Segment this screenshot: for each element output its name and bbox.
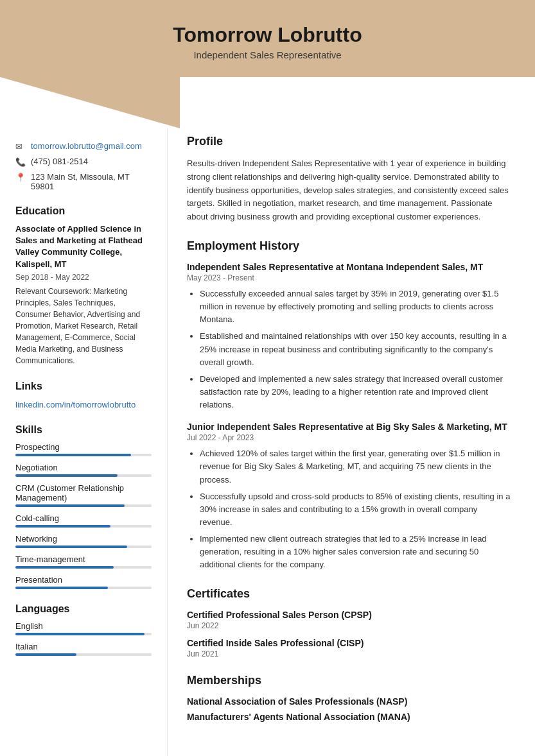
skill-bar-bg [15,566,152,569]
certificates-list: Certified Professional Sales Person (CPS… [187,610,512,658]
employment-title: Employment History [187,239,512,255]
skills-section: Skills Prospecting Negotiation CRM (Cust… [15,424,152,589]
memberships-section: Memberships National Association of Sale… [187,674,512,722]
profile-title: Profile [187,135,512,151]
skill-name: Prospecting [15,442,152,452]
job-title: Junior Independent Sales Representative … [187,422,512,432]
certificates-section: Certificates Certified Professional Sale… [187,587,512,658]
job-bullet: Achieved 120% of sales target within the… [200,447,512,486]
language-bar-bg [15,653,152,656]
language-bar-bg [15,633,152,635]
email-icon: ✉ [15,142,26,151]
certificate-entry: Certified Inside Sales Professional (CIS… [187,638,512,658]
education-section: Education Associate of Applied Science i… [15,205,152,366]
languages-title: Languages [15,603,152,615]
candidate-title: Independent Sales Representative [193,49,341,73]
cert-name: Certified Professional Sales Person (CPS… [187,610,512,620]
skill-name: Networking [15,534,152,544]
language-bar-fill [15,633,145,635]
contact-address-item: 📍 123 Main St, Missoula, MT 59801 [15,172,152,191]
job-bullet: Successfully upsold and cross-sold produ… [200,490,512,529]
skill-item: Networking [15,534,152,548]
edu-coursework: Relevant Coursework: Marketing Principle… [15,286,152,366]
skill-bar-fill [15,474,118,477]
cert-name: Certified Inside Sales Professional (CIS… [187,638,512,648]
sidebar: ✉ tomorrow.lobrutto@gmail.com 📞 (475) 08… [0,128,167,756]
phone-text: (475) 081-2514 [31,157,88,166]
skill-bar-bg [15,454,152,456]
profile-text: Results-driven Independent Sales Represe… [187,157,512,224]
location-icon: 📍 [15,173,26,182]
links-section: Links linkedin.com/in/tomorrowlobrutto [15,381,152,410]
skill-bar-fill [15,546,127,548]
job-bullet: Established and maintained relationships… [200,330,512,368]
skill-bar-fill [15,525,110,528]
links-title: Links [15,381,152,392]
linkedin-link[interactable]: linkedin.com/in/tomorrowlobrutto [15,400,136,409]
skill-bar-bg [15,504,152,507]
skills-title: Skills [15,424,152,436]
skill-item: Cold-calling [15,513,152,528]
skill-item: Negotiation [15,463,152,477]
job-title: Independent Sales Representative at Mont… [187,262,512,272]
memberships-title: Memberships [187,674,512,690]
resume-container: Tomorrow Lobrutto Independent Sales Repr… [0,0,535,756]
membership-entry: Manufacturers' Agents National Associati… [187,712,512,722]
address-text: 123 Main St, Missoula, MT 59801 [31,172,152,191]
job-entry: Junior Independent Sales Representative … [187,422,512,571]
edu-dates: Sep 2018 - May 2022 [15,273,152,282]
language-name: English [15,621,152,631]
job-bullet: Successfully exceeded annual sales targe… [200,288,512,326]
memberships-list: National Association of Sales Profession… [187,696,512,722]
body-layout: ✉ tomorrow.lobrutto@gmail.com 📞 (475) 08… [0,128,535,756]
job-bullets-list: Successfully exceeded annual sales targe… [187,288,512,411]
header-triangle-decoration [0,77,180,128]
skill-name: Cold-calling [15,513,152,523]
skill-item: CRM (Customer Relationship Management) [15,483,152,507]
skill-item: Presentation [15,575,152,589]
skill-name: Presentation [15,575,152,585]
skill-bar-fill [15,504,125,507]
skill-bar-fill [15,587,108,589]
skill-item: Prospecting [15,442,152,456]
skills-list: Prospecting Negotiation CRM (Customer Re… [15,442,152,589]
job-dates: May 2023 - Present [187,273,512,282]
employment-section: Employment History Independent Sales Rep… [187,239,512,572]
job-bullet: Developed and implemented a new sales st… [200,373,512,411]
certificates-title: Certificates [187,587,512,603]
candidate-name: Tomorrow Lobrutto [173,23,362,47]
cert-date: Jun 2022 [187,621,512,630]
header-section: Tomorrow Lobrutto Independent Sales Repr… [0,0,535,77]
job-dates: Jul 2022 - Apr 2023 [187,433,512,442]
employment-list: Independent Sales Representative at Mont… [187,262,512,572]
skill-bar-bg [15,525,152,528]
job-entry: Independent Sales Representative at Mont… [187,262,512,411]
skill-bar-fill [15,566,114,569]
skill-bar-bg [15,587,152,589]
main-content: Profile Results-driven Independent Sales… [167,128,535,756]
contact-phone-item: 📞 (475) 081-2514 [15,157,152,167]
profile-section: Profile Results-driven Independent Sales… [187,135,512,224]
skill-bar-fill [15,454,131,456]
cert-date: Jun 2021 [187,649,512,658]
email-link[interactable]: tomorrow.lobrutto@gmail.com [31,141,142,151]
languages-section: Languages English Italian [15,603,152,656]
phone-icon: 📞 [15,157,26,167]
membership-name: National Association of Sales Profession… [187,696,512,707]
language-name: Italian [15,642,152,651]
skill-bar-bg [15,546,152,548]
contact-section: ✉ tomorrow.lobrutto@gmail.com 📞 (475) 08… [15,141,152,191]
skill-name: Negotiation [15,463,152,472]
skill-bar-bg [15,474,152,477]
skill-name: Time-management [15,554,152,564]
skill-item: Time-management [15,554,152,569]
language-bar-fill [15,653,76,656]
contact-email-item: ✉ tomorrow.lobrutto@gmail.com [15,141,152,151]
job-bullets-list: Achieved 120% of sales target within the… [187,447,512,571]
certificate-entry: Certified Professional Sales Person (CPS… [187,610,512,630]
membership-entry: National Association of Sales Profession… [187,696,512,707]
languages-list: English Italian [15,621,152,656]
education-title: Education [15,205,152,217]
language-item: English [15,621,152,635]
edu-degree: Associate of Applied Science in Sales an… [15,223,152,270]
